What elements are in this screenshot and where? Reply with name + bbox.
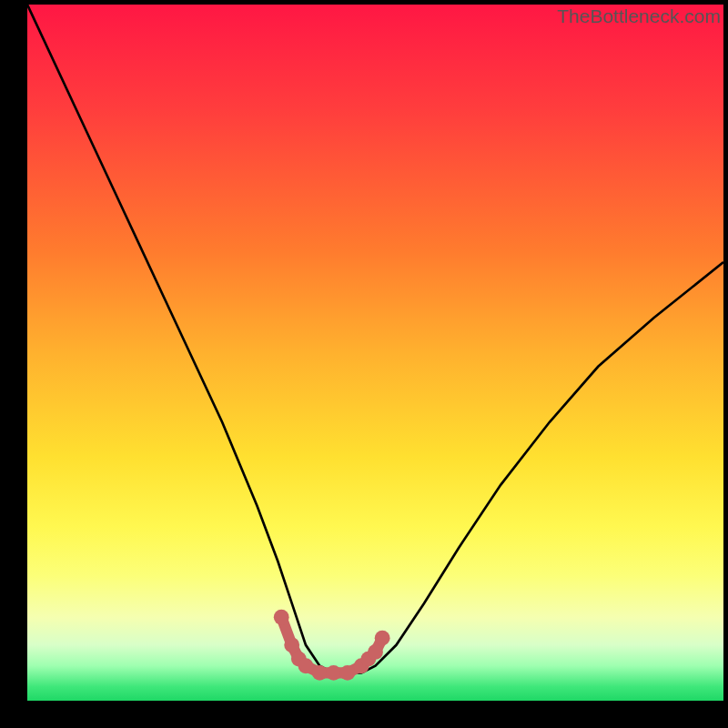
highlight-dot	[368, 644, 383, 660]
highlight-dot	[298, 658, 314, 673]
chart-plot-area	[27, 5, 723, 701]
highlight-dots	[274, 610, 390, 681]
highlight-dot	[312, 665, 328, 681]
watermark-text: TheBottleneck.com	[557, 5, 721, 27]
highlight-dot	[375, 631, 390, 646]
bottleneck-curve	[27, 5, 723, 672]
chart-curve-layer	[27, 5, 723, 701]
highlight-dot	[326, 665, 341, 681]
highlight-dot	[339, 665, 355, 681]
highlight-dot	[284, 637, 299, 652]
highlight-dot	[274, 610, 289, 625]
